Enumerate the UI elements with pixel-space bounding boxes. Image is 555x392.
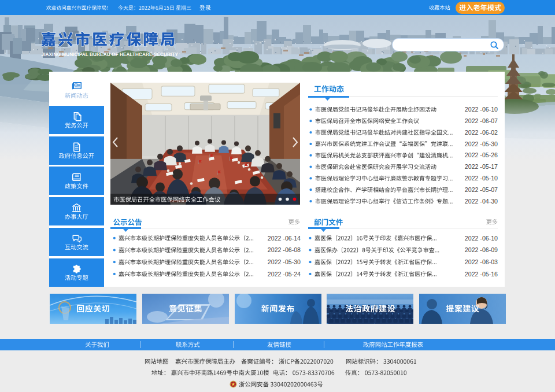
svg-text:2022 -05-17: 2022 -05-17 — [465, 163, 498, 170]
svg-text:2022 -05-07: 2022 -05-07 — [465, 186, 498, 193]
svg-text:2022 -05-24: 2022 -05-24 — [268, 271, 301, 278]
svg-text:2022 -06-03: 2022 -06-03 — [465, 258, 498, 265]
svg-text:2022 -06-10: 2022 -06-10 — [465, 235, 498, 242]
svg-text:2022 -04-30: 2022 -04-30 — [465, 198, 498, 205]
svg-text:2022 -06-02: 2022 -06-02 — [465, 129, 498, 136]
svg-text:2022 -06-10: 2022 -06-10 — [465, 106, 498, 113]
svg-text:2022 -06-08: 2022 -06-08 — [268, 246, 301, 253]
svg-text:2022 -05-16: 2022 -05-16 — [465, 271, 498, 278]
svg-text:2022 -06-07: 2022 -06-07 — [465, 117, 498, 124]
svg-text:2022 -05-10: 2022 -05-10 — [465, 175, 498, 182]
svg-text:JIAXING MUNICIPAL BUREAU OF HE: JIAXING MUNICIPAL BUREAU OF HEALTHCARE S… — [42, 52, 179, 57]
svg-text:2022 -06-09: 2022 -06-09 — [465, 246, 498, 253]
svg-text:2022 -05-30: 2022 -05-30 — [268, 258, 301, 265]
svg-text:2022 -05-30: 2022 -05-30 — [465, 140, 498, 147]
svg-text:2022 -06-14: 2022 -06-14 — [268, 235, 301, 242]
svg-text:2022 -05-26: 2022 -05-26 — [465, 151, 498, 158]
